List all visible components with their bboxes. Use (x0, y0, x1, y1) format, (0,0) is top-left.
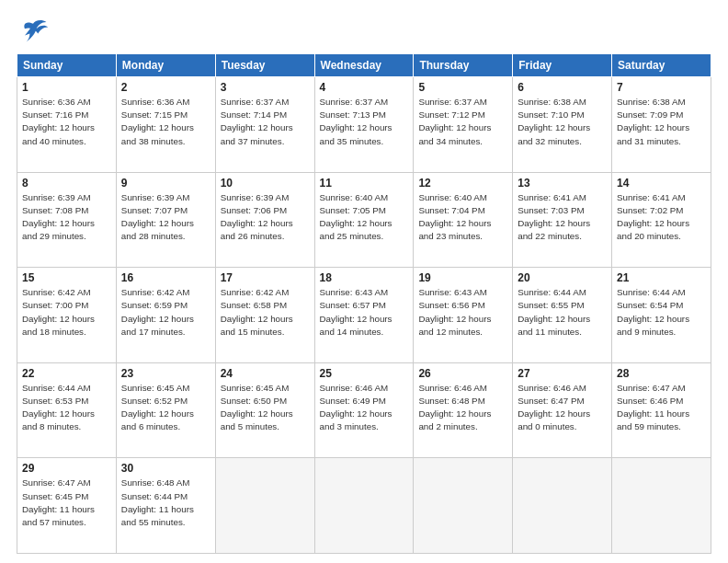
day-detail: Sunrise: 6:48 AMSunset: 6:44 PMDaylight:… (121, 477, 210, 529)
day-detail: Sunrise: 6:39 AMSunset: 7:07 PMDaylight:… (121, 191, 210, 244)
week-row-5: 29Sunrise: 6:47 AMSunset: 6:45 PMDayligh… (17, 458, 711, 554)
header (17, 17, 711, 44)
day-number: 2 (121, 81, 210, 94)
weekday-header-row: Sunday Monday Tuesday Wednesday Thursday… (17, 54, 711, 77)
week-row-2: 8Sunrise: 6:39 AMSunset: 7:08 PMDaylight… (17, 172, 711, 268)
day-number: 9 (121, 177, 210, 190)
day-number: 20 (518, 271, 607, 284)
day-cell: 24Sunrise: 6:45 AMSunset: 6:50 PMDayligh… (215, 362, 314, 458)
day-cell: 25Sunrise: 6:46 AMSunset: 6:49 PMDayligh… (314, 362, 414, 458)
page: Sunday Monday Tuesday Wednesday Thursday… (0, 0, 728, 563)
header-saturday: Saturday (612, 54, 711, 77)
header-tuesday: Tuesday (215, 54, 314, 77)
day-detail: Sunrise: 6:45 AMSunset: 6:50 PMDaylight:… (221, 382, 310, 434)
week-row-3: 15Sunrise: 6:42 AMSunset: 7:00 PMDayligh… (17, 268, 711, 363)
day-cell: 19Sunrise: 6:43 AMSunset: 6:56 PMDayligh… (414, 268, 513, 363)
day-detail: Sunrise: 6:40 AMSunset: 7:05 PMDaylight:… (320, 191, 409, 244)
header-monday: Monday (116, 54, 215, 77)
day-cell (414, 458, 513, 554)
day-cell: 16Sunrise: 6:42 AMSunset: 6:59 PMDayligh… (116, 268, 215, 363)
header-sunday: Sunday (17, 54, 117, 77)
day-number: 26 (418, 367, 507, 380)
day-number: 10 (221, 177, 310, 190)
day-number: 17 (221, 271, 310, 284)
day-number: 27 (518, 367, 607, 380)
header-friday: Friday (513, 54, 612, 77)
day-detail: Sunrise: 6:37 AMSunset: 7:12 PMDaylight:… (418, 96, 507, 148)
day-cell: 3Sunrise: 6:37 AMSunset: 7:14 PMDaylight… (215, 77, 314, 173)
day-detail: Sunrise: 6:43 AMSunset: 6:57 PMDaylight:… (320, 286, 409, 339)
day-cell: 12Sunrise: 6:40 AMSunset: 7:04 PMDayligh… (414, 172, 513, 268)
day-number: 8 (22, 177, 111, 190)
day-number: 1 (22, 81, 111, 94)
day-detail: Sunrise: 6:36 AMSunset: 7:15 PMDaylight:… (121, 96, 210, 148)
day-cell: 21Sunrise: 6:44 AMSunset: 6:54 PMDayligh… (612, 268, 711, 363)
day-detail: Sunrise: 6:38 AMSunset: 7:10 PMDaylight:… (518, 96, 607, 148)
day-cell: 1Sunrise: 6:36 AMSunset: 7:16 PMDaylight… (17, 77, 117, 173)
day-detail: Sunrise: 6:39 AMSunset: 7:08 PMDaylight:… (22, 191, 111, 244)
day-number: 22 (22, 367, 111, 380)
day-number: 18 (320, 271, 409, 284)
day-cell: 27Sunrise: 6:46 AMSunset: 6:47 PMDayligh… (513, 362, 612, 458)
day-number: 5 (418, 81, 507, 94)
day-detail: Sunrise: 6:43 AMSunset: 6:56 PMDaylight:… (418, 286, 507, 339)
day-number: 11 (320, 177, 409, 190)
day-detail: Sunrise: 6:41 AMSunset: 7:02 PMDaylight:… (617, 191, 706, 244)
day-detail: Sunrise: 6:46 AMSunset: 6:49 PMDaylight:… (320, 382, 409, 434)
day-number: 16 (121, 271, 210, 284)
day-cell: 11Sunrise: 6:40 AMSunset: 7:05 PMDayligh… (314, 172, 414, 268)
day-detail: Sunrise: 6:38 AMSunset: 7:09 PMDaylight:… (617, 96, 706, 148)
calendar-table: Sunday Monday Tuesday Wednesday Thursday… (17, 53, 711, 554)
day-detail: Sunrise: 6:42 AMSunset: 6:59 PMDaylight:… (121, 286, 210, 339)
day-number: 28 (617, 367, 706, 380)
day-cell: 17Sunrise: 6:42 AMSunset: 6:58 PMDayligh… (215, 268, 314, 363)
day-detail: Sunrise: 6:46 AMSunset: 6:47 PMDaylight:… (518, 382, 607, 434)
day-number: 14 (617, 177, 706, 190)
day-cell: 6Sunrise: 6:38 AMSunset: 7:10 PMDaylight… (513, 77, 612, 173)
day-cell: 2Sunrise: 6:36 AMSunset: 7:15 PMDaylight… (116, 77, 215, 173)
day-cell (513, 458, 612, 554)
day-cell: 30Sunrise: 6:48 AMSunset: 6:44 PMDayligh… (116, 458, 215, 554)
logo (17, 17, 53, 44)
day-cell: 5Sunrise: 6:37 AMSunset: 7:12 PMDaylight… (414, 77, 513, 173)
logo-bird-icon (17, 17, 50, 44)
day-cell: 18Sunrise: 6:43 AMSunset: 6:57 PMDayligh… (314, 268, 414, 363)
day-detail: Sunrise: 6:46 AMSunset: 6:48 PMDaylight:… (418, 382, 507, 434)
day-number: 6 (518, 81, 607, 94)
day-cell: 28Sunrise: 6:47 AMSunset: 6:46 PMDayligh… (612, 362, 711, 458)
day-detail: Sunrise: 6:44 AMSunset: 6:54 PMDaylight:… (617, 286, 706, 339)
day-detail: Sunrise: 6:41 AMSunset: 7:03 PMDaylight:… (518, 191, 607, 244)
day-detail: Sunrise: 6:44 AMSunset: 6:53 PMDaylight:… (22, 382, 111, 434)
day-number: 25 (320, 367, 409, 380)
day-cell: 23Sunrise: 6:45 AMSunset: 6:52 PMDayligh… (116, 362, 215, 458)
day-number: 12 (418, 177, 507, 190)
day-cell (612, 458, 711, 554)
day-cell: 4Sunrise: 6:37 AMSunset: 7:13 PMDaylight… (314, 77, 414, 173)
header-thursday: Thursday (414, 54, 513, 77)
day-detail: Sunrise: 6:36 AMSunset: 7:16 PMDaylight:… (22, 96, 111, 148)
day-cell: 10Sunrise: 6:39 AMSunset: 7:06 PMDayligh… (215, 172, 314, 268)
header-wednesday: Wednesday (314, 54, 414, 77)
day-detail: Sunrise: 6:42 AMSunset: 6:58 PMDaylight:… (221, 286, 310, 339)
day-detail: Sunrise: 6:40 AMSunset: 7:04 PMDaylight:… (418, 191, 507, 244)
day-number: 4 (320, 81, 409, 94)
day-cell: 8Sunrise: 6:39 AMSunset: 7:08 PMDaylight… (17, 172, 117, 268)
day-number: 19 (418, 271, 507, 284)
day-detail: Sunrise: 6:45 AMSunset: 6:52 PMDaylight:… (121, 382, 210, 434)
day-detail: Sunrise: 6:44 AMSunset: 6:55 PMDaylight:… (518, 286, 607, 339)
day-cell: 29Sunrise: 6:47 AMSunset: 6:45 PMDayligh… (17, 458, 117, 554)
day-number: 30 (121, 462, 210, 475)
day-cell: 14Sunrise: 6:41 AMSunset: 7:02 PMDayligh… (612, 172, 711, 268)
day-number: 24 (221, 367, 310, 380)
day-cell: 9Sunrise: 6:39 AMSunset: 7:07 PMDaylight… (116, 172, 215, 268)
day-cell: 13Sunrise: 6:41 AMSunset: 7:03 PMDayligh… (513, 172, 612, 268)
day-detail: Sunrise: 6:37 AMSunset: 7:14 PMDaylight:… (221, 96, 310, 148)
day-detail: Sunrise: 6:39 AMSunset: 7:06 PMDaylight:… (221, 191, 310, 244)
day-cell: 15Sunrise: 6:42 AMSunset: 7:00 PMDayligh… (17, 268, 117, 363)
day-number: 13 (518, 177, 607, 190)
day-number: 23 (121, 367, 210, 380)
day-number: 21 (617, 271, 706, 284)
week-row-1: 1Sunrise: 6:36 AMSunset: 7:16 PMDaylight… (17, 77, 711, 173)
day-detail: Sunrise: 6:42 AMSunset: 7:00 PMDaylight:… (22, 286, 111, 339)
day-cell: 20Sunrise: 6:44 AMSunset: 6:55 PMDayligh… (513, 268, 612, 363)
